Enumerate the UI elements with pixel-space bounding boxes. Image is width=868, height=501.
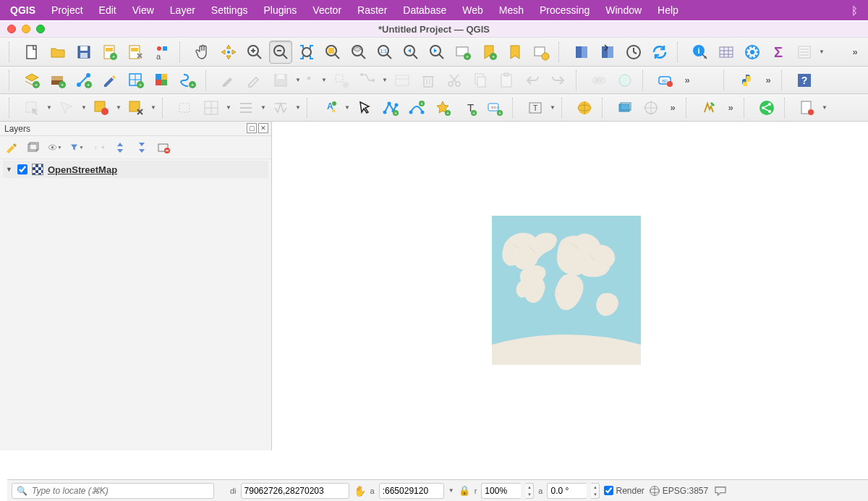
- map-canvas[interactable]: [272, 122, 868, 450]
- dropdown-icon[interactable]: ▼: [260, 96, 266, 119]
- add-group-button[interactable]: [26, 140, 41, 155]
- layer-row-openstreetmap[interactable]: ▼ OpenStreetMap: [3, 161, 268, 178]
- menu-edit[interactable]: Edit: [99, 4, 116, 16]
- modify-attributes-button[interactable]: [391, 69, 414, 92]
- polyline-tool-button[interactable]: +: [379, 96, 402, 119]
- share-button[interactable]: [755, 96, 778, 119]
- zoom-full-button[interactable]: [295, 41, 318, 64]
- label-toolbar-button[interactable]: ab: [654, 69, 677, 92]
- new-print-layout-button[interactable]: +: [98, 41, 122, 64]
- pointer-tool-button[interactable]: [353, 96, 376, 119]
- save-project-button[interactable]: [72, 41, 95, 64]
- dropdown-icon[interactable]: ▼: [382, 69, 388, 92]
- rotation-spinner[interactable]: ▲▼: [591, 483, 600, 499]
- zoom-to-selection-button[interactable]: [321, 41, 344, 64]
- pan-tool-button[interactable]: [191, 41, 214, 64]
- toolbox-button[interactable]: [741, 41, 764, 64]
- menu-raster[interactable]: Raster: [357, 4, 387, 16]
- refresh-button[interactable]: [648, 41, 671, 64]
- menu-project[interactable]: Project: [51, 4, 83, 16]
- render-checkbox[interactable]: [604, 486, 613, 495]
- add-group-button[interactable]: [174, 96, 197, 119]
- temporal-clock-button[interactable]: [622, 41, 645, 64]
- add-point-button[interactable]: [304, 69, 318, 92]
- temporal-controller-button[interactable]: [529, 41, 553, 64]
- toolbar-overflow-button[interactable]: »: [848, 46, 862, 57]
- dropdown-icon[interactable]: ▼: [295, 96, 301, 119]
- statistics-button[interactable]: Σ: [767, 41, 790, 64]
- toggle-editing-button[interactable]: [217, 69, 240, 92]
- panel-close-button[interactable]: ✕: [258, 123, 268, 133]
- menu-processing[interactable]: Processing: [540, 4, 590, 16]
- delete-selected-button[interactable]: [417, 69, 440, 92]
- cut-button[interactable]: [443, 69, 466, 92]
- messages-button[interactable]: [712, 484, 728, 497]
- menu-plugins[interactable]: Plugins: [263, 4, 297, 16]
- new-project-button[interactable]: [20, 41, 43, 64]
- current-edits-button[interactable]: [98, 69, 122, 92]
- scale-input[interactable]: [379, 483, 444, 499]
- manage-visibility-button[interactable]: [200, 96, 223, 119]
- dropdown-icon[interactable]: ▼: [46, 96, 52, 119]
- crosshair-button[interactable]: [639, 96, 663, 119]
- layer-style-button[interactable]: [4, 140, 19, 155]
- dropdown-icon[interactable]: ▼: [81, 96, 87, 119]
- paste-button[interactable]: [495, 69, 518, 92]
- zoom-next-button[interactable]: [425, 41, 448, 64]
- help-button[interactable]: ?: [793, 69, 816, 92]
- measure-abc-button[interactable]: abc: [587, 69, 610, 92]
- curve-tool-button[interactable]: +: [405, 96, 428, 119]
- minimize-window-button[interactable]: [22, 25, 30, 33]
- pan-to-selection-button[interactable]: [217, 41, 240, 64]
- open-attribute-table-button[interactable]: [715, 41, 738, 64]
- rotation-input[interactable]: [547, 483, 587, 499]
- menu-database[interactable]: Database: [403, 4, 446, 16]
- toolbar-overflow-button[interactable]: »: [761, 75, 775, 85]
- vertex-tool-button[interactable]: [356, 69, 379, 92]
- dropdown-icon[interactable]: ▼: [321, 69, 327, 92]
- menu-web[interactable]: Web: [462, 4, 483, 16]
- label-tool-button[interactable]: abc+: [483, 96, 506, 119]
- toolbar-overflow-button[interactable]: »: [680, 75, 694, 85]
- menu-help[interactable]: Help: [658, 4, 678, 16]
- new-virtual-layer-button[interactable]: [150, 69, 174, 92]
- dropdown-icon[interactable]: ▼: [822, 96, 827, 119]
- toggle-extents-icon[interactable]: ✋: [354, 485, 366, 497]
- star-tool-button[interactable]: +: [431, 96, 454, 119]
- collapse-all-layers-button[interactable]: [135, 140, 149, 155]
- menu-settings[interactable]: Settings: [211, 4, 248, 16]
- magnifier-spinner[interactable]: ▲▼: [525, 483, 534, 499]
- chevron-down-icon[interactable]: ▼: [6, 166, 13, 173]
- menu-window[interactable]: Window: [605, 4, 642, 16]
- dropdown-icon[interactable]: ▼: [344, 96, 350, 119]
- zoom-to-layer-button[interactable]: [347, 41, 370, 64]
- copy-button[interactable]: [469, 69, 492, 92]
- expand-all-button[interactable]: [234, 96, 258, 119]
- metasearch-button[interactable]: [573, 96, 596, 119]
- new-grid-layer-button[interactable]: +: [124, 69, 148, 92]
- menu-layer[interactable]: Layer: [170, 4, 195, 16]
- map-layers-icon-button[interactable]: [613, 96, 637, 119]
- zoom-in-button[interactable]: [243, 41, 266, 64]
- new-map-view-button[interactable]: +: [451, 41, 475, 64]
- globe-tool-button[interactable]: [613, 69, 637, 92]
- redo-button[interactable]: [547, 69, 570, 92]
- bluetooth-icon[interactable]: ᛒ: [851, 4, 858, 17]
- lock-scale-icon[interactable]: 🔒: [459, 485, 470, 496]
- layout-manager-button[interactable]: [124, 41, 148, 64]
- form-button[interactable]: [793, 41, 816, 64]
- select-polygon-button[interactable]: [55, 96, 78, 119]
- zoom-last-button[interactable]: [399, 41, 422, 64]
- menu-mesh[interactable]: Mesh: [499, 4, 524, 16]
- menu-vector[interactable]: Vector: [312, 4, 341, 16]
- magnifier-input[interactable]: [481, 483, 521, 499]
- toolbar-overflow-button[interactable]: »: [665, 102, 680, 113]
- select-by-value-button[interactable]: [90, 96, 113, 119]
- select-feature-button[interactable]: [20, 96, 43, 119]
- dropdown-icon[interactable]: ▼: [226, 96, 231, 119]
- filter-layers-button[interactable]: ▼: [69, 140, 84, 155]
- text-format-button[interactable]: T: [524, 96, 547, 119]
- layer-name-label[interactable]: OpenStreetMap: [48, 164, 117, 175]
- processing-run-button[interactable]: [796, 96, 819, 119]
- visibility-button[interactable]: ▼: [48, 140, 62, 155]
